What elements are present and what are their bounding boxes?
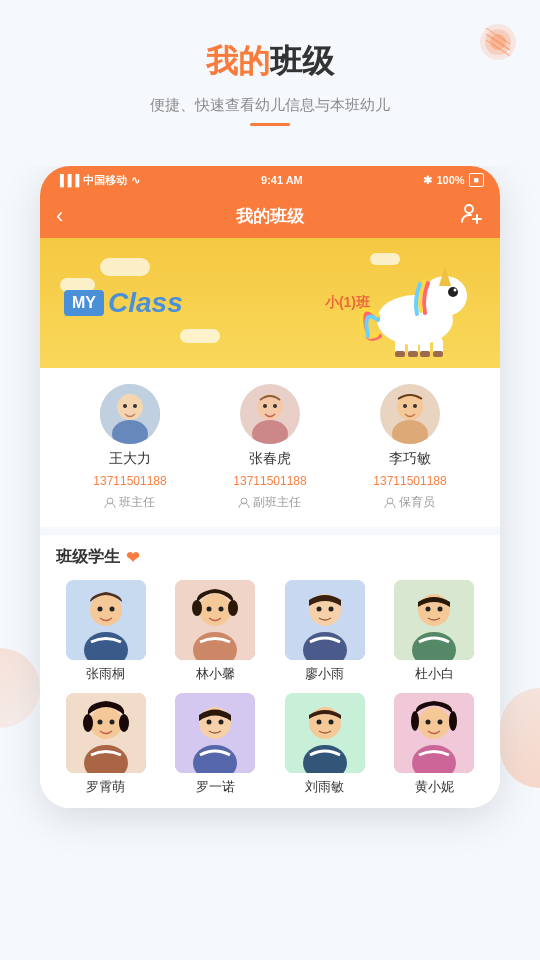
svg-point-55 xyxy=(316,607,321,612)
svg-point-60 xyxy=(426,607,431,612)
svg-point-12 xyxy=(448,287,458,297)
cloud-3 xyxy=(180,329,220,343)
student-photo-5 xyxy=(175,693,255,773)
cloud-1 xyxy=(100,258,150,276)
staff-phone-0: 13711501188 xyxy=(93,474,166,488)
svg-point-72 xyxy=(207,720,212,725)
svg-point-83 xyxy=(449,711,457,731)
status-right: ✱ 100% ■ xyxy=(423,173,484,187)
page-wrapper: 我的班级 便捷、快速查看幼儿信息与本班幼儿 ▐▐▐ 中国移动 ∿ 9:41 AM… xyxy=(0,0,540,808)
svg-point-84 xyxy=(426,720,431,725)
svg-point-51 xyxy=(219,607,224,612)
svg-point-38 xyxy=(413,404,417,408)
page-title: 我的班级 xyxy=(236,205,304,228)
svg-point-66 xyxy=(119,714,129,732)
student-photo-2 xyxy=(285,580,365,660)
promo-title: 我的班级 xyxy=(20,40,520,84)
student-item-3[interactable]: 杜小白 xyxy=(385,580,485,683)
svg-point-65 xyxy=(83,714,93,732)
staff-name-0: 王大力 xyxy=(109,450,151,468)
svg-point-78 xyxy=(328,720,333,725)
bluetooth-icon: ✱ xyxy=(423,174,432,187)
svg-point-49 xyxy=(228,600,238,616)
students-grid: 张雨桐 xyxy=(56,580,484,796)
staff-role-2: 保育员 xyxy=(384,494,435,511)
staff-phone-1: 13711501188 xyxy=(233,474,306,488)
student-item-4[interactable]: 罗霄萌 xyxy=(56,693,156,796)
svg-rect-18 xyxy=(395,351,405,357)
svg-point-73 xyxy=(219,720,224,725)
status-bar: ▐▐▐ 中国移动 ∿ 9:41 AM ✱ 100% ■ xyxy=(40,166,500,194)
student-name-1: 林小馨 xyxy=(196,665,235,683)
nav-bar: ‹ 我的班级 xyxy=(40,194,500,238)
student-item-7[interactable]: 黄小妮 xyxy=(385,693,485,796)
deco-left xyxy=(0,648,40,728)
deco-right xyxy=(500,688,540,788)
student-item-6[interactable]: 刘雨敏 xyxy=(275,693,375,796)
status-time: 9:41 AM xyxy=(261,174,303,186)
svg-point-43 xyxy=(97,607,102,612)
student-item-2[interactable]: 廖小雨 xyxy=(275,580,375,683)
student-name-7: 黄小妮 xyxy=(415,778,454,796)
class-label: Class xyxy=(108,287,183,318)
status-left: ▐▐▐ 中国移动 ∿ xyxy=(56,173,140,188)
promo-underline xyxy=(250,123,290,126)
student-name-2: 廖小雨 xyxy=(305,665,344,683)
svg-point-68 xyxy=(109,720,114,725)
signal-bars: ▐▐▐ xyxy=(56,174,79,186)
svg-rect-19 xyxy=(408,351,418,357)
student-photo-0 xyxy=(66,580,146,660)
section-title-text: 班级学生 xyxy=(56,547,120,568)
staff-item-0[interactable]: 王大力 13711501188 班主任 xyxy=(93,384,166,511)
students-section: 班级学生 ❤ xyxy=(40,535,500,808)
staff-name-2: 李巧敏 xyxy=(389,450,431,468)
back-button[interactable]: ‹ xyxy=(56,203,88,229)
svg-point-82 xyxy=(411,711,419,731)
heart-icon: ❤ xyxy=(126,548,139,567)
svg-point-67 xyxy=(97,720,102,725)
svg-point-56 xyxy=(328,607,333,612)
staff-item-1[interactable]: 张春虎 13711501188 副班主任 xyxy=(233,384,306,511)
svg-point-44 xyxy=(109,607,114,612)
phone-frame: ▐▐▐ 中国移动 ∿ 9:41 AM ✱ 100% ■ ‹ 我的班级 xyxy=(40,166,500,808)
student-item-1[interactable]: 林小馨 xyxy=(166,580,266,683)
svg-point-6 xyxy=(465,205,473,213)
svg-point-77 xyxy=(316,720,321,725)
svg-point-61 xyxy=(438,607,443,612)
promo-subtitle: 便捷、快速查看幼儿信息与本班幼儿 xyxy=(20,96,520,115)
svg-point-25 xyxy=(123,404,127,408)
battery-label: 100% xyxy=(436,174,464,186)
wifi-icon: ∿ xyxy=(131,174,140,187)
svg-point-50 xyxy=(207,607,212,612)
staff-item-2[interactable]: 李巧敏 13711501188 保育员 xyxy=(373,384,446,511)
promo-section: 我的班级 便捷、快速查看幼儿信息与本班幼儿 xyxy=(0,0,540,166)
staff-avatar-2 xyxy=(380,384,440,444)
student-name-4: 罗霄萌 xyxy=(86,778,125,796)
class-name-badge: 小(1)班 xyxy=(325,294,370,312)
svg-point-37 xyxy=(403,404,407,408)
student-photo-4 xyxy=(66,693,146,773)
svg-rect-20 xyxy=(420,351,430,357)
svg-point-48 xyxy=(192,600,202,616)
battery-icon: ■ xyxy=(469,173,484,187)
svg-point-32 xyxy=(273,404,277,408)
student-photo-1 xyxy=(175,580,255,660)
my-label: MY xyxy=(64,290,104,316)
svg-point-31 xyxy=(263,404,267,408)
staff-name-1: 张春虎 xyxy=(249,450,291,468)
svg-marker-11 xyxy=(439,266,451,286)
corner-decoration xyxy=(476,20,520,64)
staff-role-0: 班主任 xyxy=(104,494,155,511)
svg-point-13 xyxy=(454,289,457,292)
student-name-6: 刘雨敏 xyxy=(305,778,344,796)
carrier-label: 中国移动 xyxy=(83,173,127,188)
student-name-5: 罗一诺 xyxy=(196,778,235,796)
staff-avatar-1 xyxy=(240,384,300,444)
student-item-0[interactable]: 张雨桐 xyxy=(56,580,156,683)
add-user-button[interactable] xyxy=(452,202,484,231)
student-item-5[interactable]: 罗一诺 xyxy=(166,693,266,796)
staff-section: 王大力 13711501188 班主任 xyxy=(40,368,500,535)
student-photo-6 xyxy=(285,693,365,773)
student-name-3: 杜小白 xyxy=(415,665,454,683)
section-title: 班级学生 ❤ xyxy=(56,547,484,568)
